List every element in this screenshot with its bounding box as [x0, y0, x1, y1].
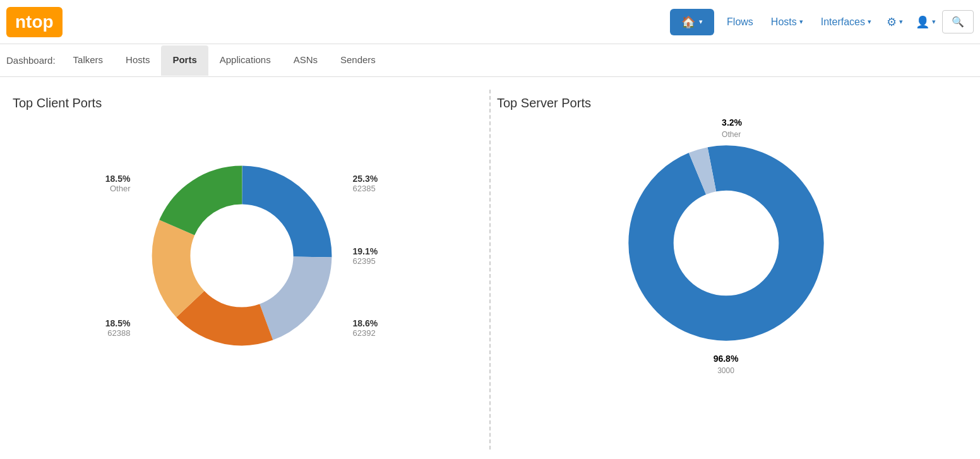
client-ports-donut	[141, 155, 343, 357]
server-donut-container: 3.2% Other 96.8%	[619, 136, 834, 376]
client-ports-title: Top Client Ports	[13, 96, 470, 110]
flows-nav-link[interactable]: Flows	[718, 11, 762, 33]
donut-center	[193, 207, 290, 304]
user-button[interactable]: 👤 ▾	[909, 10, 942, 34]
client-ports-chart-area: 18.5% Other 18.5% 62388	[13, 129, 470, 382]
tab-applications[interactable]: Applications	[208, 45, 282, 76]
logo-text: ntop	[15, 12, 54, 32]
tab-asns[interactable]: ASNs	[282, 45, 329, 76]
label-62392: 18.6% 62392	[353, 318, 378, 338]
user-caret: ▾	[932, 18, 936, 26]
gear-caret: ▾	[899, 18, 903, 26]
home-icon: 🏠	[681, 15, 695, 29]
label-62395: 19.1% 62395	[353, 246, 378, 266]
tab-ports[interactable]: Ports	[161, 45, 208, 76]
subnav: Dashboard: Talkers Hosts Ports Applicati…	[0, 44, 980, 77]
server-ports-donut	[619, 136, 834, 350]
server-3000-label: 96.8% 3000	[619, 353, 834, 376]
right-labels: 25.3% 62385 19.1% 62395 18.6% 62392	[353, 174, 378, 338]
interfaces-label: Interfaces	[821, 16, 865, 28]
search-button[interactable]: 🔍	[942, 10, 974, 33]
left-labels: 18.5% Other 18.5% 62388	[105, 174, 131, 338]
tab-hosts[interactable]: Hosts	[114, 45, 161, 76]
main-content: Top Client Ports 18.5% Other 18.5% 62388	[0, 77, 980, 456]
interfaces-caret: ▾	[868, 18, 871, 26]
server-donut-center	[676, 194, 775, 292]
tab-senders[interactable]: Senders	[329, 45, 387, 76]
client-ports-svg	[141, 155, 343, 357]
search-icon: 🔍	[952, 16, 964, 27]
logo: ntop	[6, 7, 63, 37]
server-ports-svg	[619, 136, 834, 350]
tab-talkers[interactable]: Talkers	[62, 45, 115, 76]
flows-label: Flows	[727, 16, 753, 28]
client-ports-panel: Top Client Ports 18.5% Other 18.5% 62388	[6, 90, 491, 450]
server-ports-title: Top Server Ports	[497, 96, 955, 110]
home-button[interactable]: 🏠 ▾	[670, 9, 714, 35]
gear-button[interactable]: ⚙ ▾	[880, 10, 909, 34]
gear-icon: ⚙	[887, 15, 897, 29]
user-icon: 👤	[916, 15, 929, 29]
hosts-label: Hosts	[771, 16, 797, 28]
dashboard-label: Dashboard:	[6, 55, 56, 66]
interfaces-nav-link[interactable]: Interfaces ▾	[812, 11, 880, 33]
label-62385: 25.3% 62385	[353, 174, 378, 193]
home-caret: ▾	[699, 18, 703, 26]
hosts-nav-link[interactable]: Hosts ▾	[762, 11, 812, 33]
label-62388: 18.5% 62388	[105, 318, 131, 338]
hosts-caret: ▾	[799, 18, 803, 26]
server-ports-chart-area: 3.2% Other 96.8%	[497, 129, 955, 382]
label-other: 18.5% Other	[105, 174, 131, 193]
server-ports-panel: Top Server Ports 3.2% Other	[491, 90, 974, 450]
navbar: ntop 🏠 ▾ Flows Hosts ▾ Interfaces ▾ ⚙ ▾ …	[0, 0, 980, 44]
